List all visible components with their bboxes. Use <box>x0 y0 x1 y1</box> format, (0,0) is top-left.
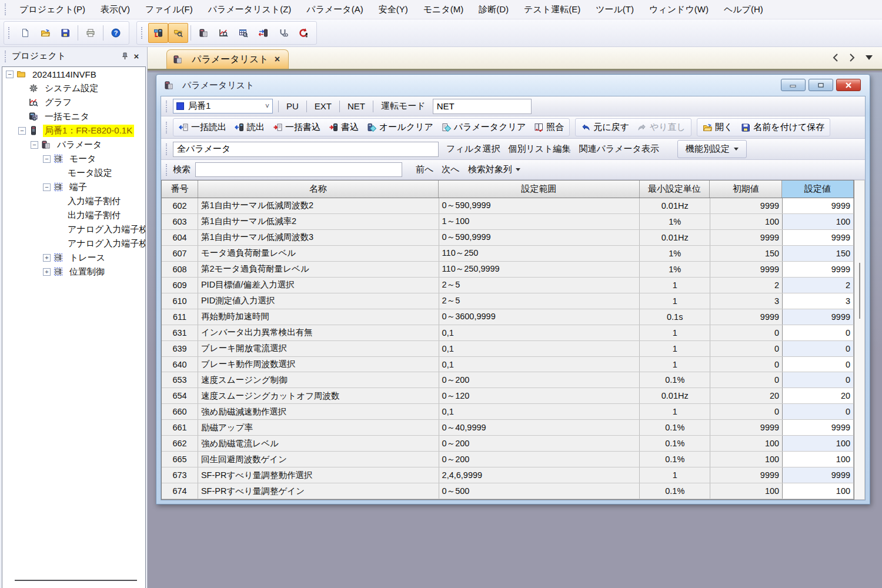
table-row[interactable]: 674SF-PRすべり量調整ゲイン0～5000.1%100100 <box>162 483 854 499</box>
setting-value-cell[interactable]: 150 <box>782 246 854 261</box>
table-row[interactable]: 654速度スムージングカットオフ周波数0～1200.01Hz2020 <box>162 388 854 404</box>
tree-item[interactable]: アナログ入力端子校正 <box>2 236 145 250</box>
setting-value-cell[interactable]: 3 <box>782 293 854 309</box>
expand-icon[interactable]: + <box>43 268 51 276</box>
menu-item[interactable]: ファイル(F) <box>138 1 201 18</box>
expand-icon[interactable]: + <box>43 254 51 262</box>
tree-item[interactable]: −局番1：FR-E820-0.1K <box>2 123 145 138</box>
filter-select-button[interactable]: フィルタ選択 <box>442 141 504 157</box>
collapse-icon[interactable]: − <box>43 183 51 191</box>
tree-item[interactable]: 一括モニタ <box>2 109 145 123</box>
restore-button[interactable] <box>808 79 833 91</box>
setting-value-cell[interactable]: 0 <box>782 325 854 340</box>
panel-splitter[interactable] <box>15 580 137 581</box>
tab-scroll-left-icon[interactable] <box>833 54 838 62</box>
collapse-icon[interactable]: − <box>6 71 14 78</box>
open-button[interactable]: 開く <box>699 120 737 135</box>
tree-item[interactable]: システム設定 <box>2 81 145 95</box>
table-row[interactable]: 661励磁アップ率0～40,99990.1%99999999 <box>162 420 854 436</box>
menu-item[interactable]: プロジェクト(P) <box>12 1 93 18</box>
close-button[interactable] <box>836 79 861 91</box>
function-settings-button[interactable]: 機能別設定 <box>677 140 747 158</box>
tree-item[interactable]: +トレース <box>2 250 145 265</box>
tree-item[interactable]: グラフ <box>2 95 145 109</box>
setting-value-cell[interactable]: 100 <box>782 483 854 499</box>
collapse-icon[interactable]: − <box>31 141 38 149</box>
individual-list-edit-button[interactable]: 個別リスト編集 <box>504 141 574 157</box>
tree-view-button[interactable] <box>168 23 188 43</box>
verify-button[interactable]: 照合 <box>530 120 568 135</box>
tab-parameter-list[interactable]: パラメータリスト × <box>166 49 289 69</box>
tree-item[interactable]: モータ設定 <box>2 166 145 180</box>
close-icon[interactable]: × <box>131 51 142 62</box>
mode-button-net[interactable]: NET <box>340 101 372 111</box>
search-target-column-button[interactable]: 検索対象列 <box>464 162 524 178</box>
table-row[interactable]: 604第1自由サーマル低減周波数30～590,99990.01Hz9999999… <box>162 230 854 246</box>
setting-value-cell[interactable]: 9999 <box>782 230 854 245</box>
parameter-list-button[interactable] <box>193 23 213 43</box>
window-title-bar[interactable]: パラメータリスト <box>161 75 866 96</box>
setting-value-cell[interactable]: 9999 <box>782 309 854 325</box>
setting-value-cell[interactable]: 9999 <box>782 262 854 277</box>
save-as-button[interactable]: 名前を付けて保存 <box>737 120 828 135</box>
setting-value-cell[interactable]: 9999 <box>782 198 854 213</box>
table-row[interactable]: 631インバータ出力異常検出有無0,1100 <box>162 325 854 341</box>
menu-item[interactable]: テスト運転(E) <box>516 1 588 18</box>
write-all-button[interactable]: 一括書込 <box>269 120 325 135</box>
tree-item[interactable]: 出力端子割付 <box>2 208 145 222</box>
setting-value-cell[interactable]: 0 <box>782 357 854 372</box>
table-row[interactable]: 602第1自由サーマル低減周波数20～590,99990.01Hz9999999… <box>162 198 854 214</box>
table-row[interactable]: 639ブレーキ開放電流選択0,1100 <box>162 341 854 357</box>
menu-item[interactable]: 表示(V) <box>93 1 138 18</box>
tree-item[interactable]: −モータ <box>2 152 145 166</box>
table-row[interactable]: 611再始動時加速時間0～3600,99990.1s99999999 <box>162 309 854 325</box>
graph-button[interactable] <box>213 23 233 43</box>
vertical-scrollbar[interactable] <box>854 180 865 500</box>
table-row[interactable]: 662強め励磁電流レベル0～2000.1%100100 <box>162 436 854 452</box>
setting-value-cell[interactable]: 100 <box>782 452 854 467</box>
column-header[interactable]: 設定範囲 <box>439 181 639 198</box>
tab-close-icon[interactable]: × <box>273 54 281 65</box>
menu-item[interactable]: ヘルプ(H) <box>716 1 771 18</box>
filter-input[interactable] <box>173 142 439 157</box>
mode-button-pu[interactable]: PU <box>279 101 306 111</box>
read-all-button[interactable]: 一括読出 <box>175 120 230 135</box>
test-operation-button[interactable] <box>273 23 293 43</box>
tree-item[interactable]: アナログ入力端子校正 <box>2 222 145 236</box>
setting-value-cell[interactable]: 9999 <box>782 420 854 435</box>
setting-value-cell[interactable]: 2 <box>782 278 854 293</box>
tab-list-dropdown-icon[interactable] <box>866 55 873 60</box>
column-header[interactable]: 初期値 <box>710 181 782 198</box>
menu-item[interactable]: モニタ(M) <box>416 1 472 18</box>
open-project-button[interactable] <box>35 23 55 43</box>
new-document-button[interactable] <box>15 23 35 43</box>
setting-value-cell[interactable]: 0 <box>782 372 854 387</box>
pin-icon[interactable] <box>119 51 131 62</box>
column-header[interactable]: 最小設定単位 <box>640 181 710 198</box>
tree-item[interactable]: −端子 <box>2 180 145 194</box>
setting-value-cell[interactable]: 20 <box>782 388 854 403</box>
setting-value-cell[interactable]: 100 <box>782 214 854 229</box>
write-button[interactable]: 書込 <box>325 120 363 135</box>
mode-button-ext[interactable]: EXT <box>308 101 339 111</box>
setting-value-cell[interactable]: 100 <box>782 436 854 451</box>
all-clear-button[interactable]: オールクリア <box>363 120 437 135</box>
table-row[interactable]: 640ブレーキ動作周波数選択0,1100 <box>162 357 854 373</box>
table-row[interactable]: 610PID測定値入力選択2～5133 <box>162 293 854 309</box>
collapse-icon[interactable]: − <box>18 127 26 135</box>
setting-value-cell[interactable]: 9999 <box>782 467 854 483</box>
table-row[interactable]: 665回生回避周波数ゲイン0～2000.1%100100 <box>162 452 854 467</box>
table-row[interactable]: 603第1自由サーマル低減率21～1001%100100 <box>162 214 854 230</box>
read-button[interactable]: 読出 <box>230 120 269 135</box>
save-button[interactable] <box>55 23 75 43</box>
table-row[interactable]: 609PID目標値/偏差入力選択2～5122 <box>162 278 854 293</box>
collapse-icon[interactable]: − <box>43 155 51 163</box>
menu-item[interactable]: ウィンドウ(W) <box>642 1 716 18</box>
menu-item[interactable]: パラメータリスト(Z) <box>201 1 299 18</box>
redo-button[interactable]: やり直し <box>633 120 690 135</box>
batch-monitor-button[interactable] <box>233 23 253 43</box>
print-button[interactable] <box>81 23 101 43</box>
menu-item[interactable]: パラメータ(A) <box>299 1 370 18</box>
search-input[interactable] <box>195 162 402 177</box>
tree-item[interactable]: +位置制御 <box>2 265 145 279</box>
